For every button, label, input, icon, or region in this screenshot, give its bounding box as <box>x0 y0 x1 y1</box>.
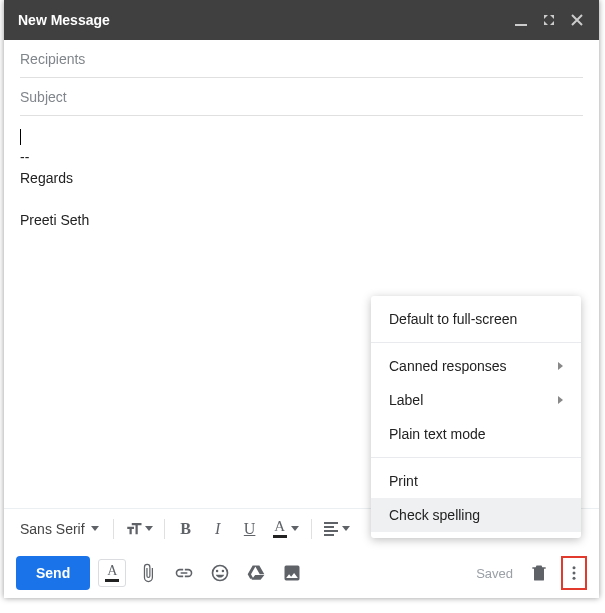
font-size-button[interactable] <box>122 516 156 542</box>
insert-photo-button[interactable] <box>278 559 306 587</box>
menu-label[interactable]: Label <box>371 383 581 417</box>
chevron-down-icon <box>342 526 350 531</box>
window-title: New Message <box>18 12 110 28</box>
formatting-options-button[interactable]: A <box>98 559 126 587</box>
text-color-button[interactable]: A <box>269 516 303 542</box>
header-fields: Recipients Subject <box>4 40 599 116</box>
underline-button[interactable]: U <box>237 516 263 542</box>
svg-point-1 <box>573 566 576 569</box>
font-family-label: Sans Serif <box>20 521 85 537</box>
send-toolbar: Send A Saved <box>4 548 599 598</box>
subject-field[interactable]: Subject <box>20 78 583 116</box>
discard-draft-button[interactable] <box>525 559 553 587</box>
chevron-down-icon <box>291 526 299 531</box>
italic-button[interactable]: I <box>205 516 231 542</box>
text-caret <box>20 129 21 145</box>
chevron-right-icon <box>558 396 563 404</box>
close-icon[interactable] <box>565 8 589 32</box>
divider <box>113 519 114 539</box>
svg-rect-0 <box>515 24 527 26</box>
chevron-down-icon <box>91 526 99 531</box>
menu-print[interactable]: Print <box>371 464 581 498</box>
attach-file-button[interactable] <box>134 559 162 587</box>
chevron-right-icon <box>558 362 563 370</box>
divider <box>311 519 312 539</box>
signature-divider: -- <box>20 149 29 165</box>
svg-point-2 <box>573 572 576 575</box>
svg-point-3 <box>573 577 576 580</box>
font-family-select[interactable]: Sans Serif <box>14 517 105 541</box>
menu-divider <box>371 457 581 458</box>
recipients-field[interactable]: Recipients <box>20 40 583 78</box>
signature-name: Preeti Seth <box>20 212 89 228</box>
titlebar: New Message <box>4 0 599 40</box>
send-button[interactable]: Send <box>16 556 90 590</box>
align-left-icon <box>324 522 338 536</box>
bold-button[interactable]: B <box>173 516 199 542</box>
divider <box>164 519 165 539</box>
fullscreen-icon[interactable] <box>537 8 561 32</box>
menu-divider <box>371 342 581 343</box>
signature-regards: Regards <box>20 170 73 186</box>
minimize-icon[interactable] <box>509 8 533 32</box>
insert-link-button[interactable] <box>170 559 198 587</box>
more-options-highlight <box>561 556 587 590</box>
menu-canned-responses[interactable]: Canned responses <box>371 349 581 383</box>
insert-emoji-button[interactable] <box>206 559 234 587</box>
menu-plain-text[interactable]: Plain text mode <box>371 417 581 451</box>
more-options-menu: Default to full-screen Canned responses … <box>371 296 581 538</box>
more-options-button[interactable] <box>564 559 584 587</box>
menu-default-fullscreen[interactable]: Default to full-screen <box>371 302 581 336</box>
menu-check-spelling[interactable]: Check spelling <box>371 498 581 532</box>
recipients-placeholder: Recipients <box>20 51 85 67</box>
insert-drive-button[interactable] <box>242 559 270 587</box>
compose-window: New Message Recipients Subject -- Regard… <box>4 0 599 598</box>
align-button[interactable] <box>320 516 354 542</box>
saved-label: Saved <box>476 566 513 581</box>
subject-placeholder: Subject <box>20 89 67 105</box>
chevron-down-icon <box>145 526 153 531</box>
